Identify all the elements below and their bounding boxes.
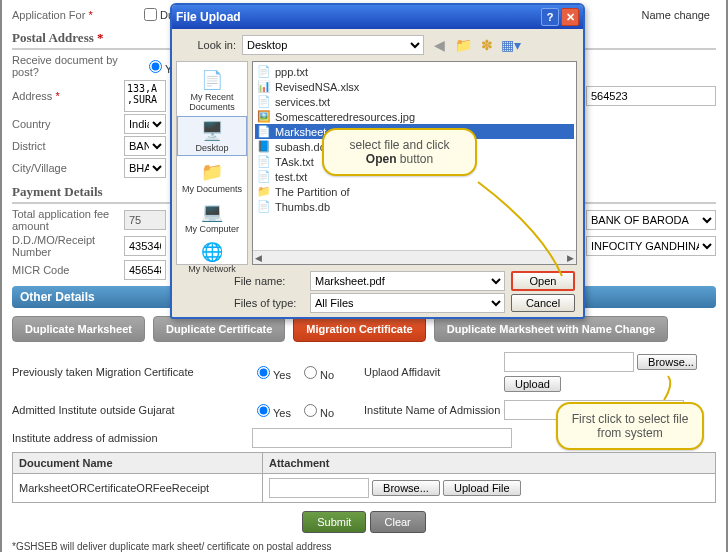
outside-no[interactable]: [304, 404, 317, 417]
postal-head: Postal Address: [12, 30, 94, 45]
micr-label: MICR Code: [12, 264, 124, 276]
bank-select[interactable]: BANK OF BARODA: [586, 210, 716, 230]
prev-migration-label: Previously taken Migration Certificate: [12, 366, 252, 378]
list-item: 📊RevisedNSA.xlsx: [255, 79, 574, 94]
branch-select[interactable]: INFOCITY GANDHINAGA: [586, 236, 716, 256]
dup-checkbox[interactable]: [144, 8, 157, 21]
submit-button[interactable]: Submit: [302, 511, 366, 533]
close-icon[interactable]: ✕: [561, 8, 579, 26]
cancel-button[interactable]: Cancel: [511, 294, 575, 312]
namechange-label: Name change: [642, 9, 711, 21]
address-input[interactable]: 133,A ,SURA: [124, 80, 166, 112]
footnote: *GSHSEB will deliver duplicate mark shee…: [12, 541, 716, 552]
filetype-label: Files of type:: [234, 297, 304, 309]
district-select[interactable]: BANA: [124, 136, 166, 156]
dd-input[interactable]: [124, 236, 166, 256]
tab-dup-cert[interactable]: Duplicate Certificate: [153, 316, 285, 342]
country-select[interactable]: India: [124, 114, 166, 134]
list-item: 📁The Partition of: [255, 184, 574, 199]
receive-label: Receive document by post?: [12, 54, 124, 78]
open-button[interactable]: Open: [511, 271, 575, 291]
up-icon[interactable]: 📁: [454, 36, 472, 54]
clear-button[interactable]: Clear: [370, 511, 426, 533]
dialog-title: File Upload: [176, 10, 241, 24]
outside-yes[interactable]: [257, 404, 270, 417]
filetype-select[interactable]: All Files: [310, 293, 505, 313]
views-icon[interactable]: ▦▾: [502, 36, 520, 54]
fee-label: Total application fee amount: [12, 208, 124, 232]
doc-uploadfile-button[interactable]: Upload File: [443, 480, 521, 496]
place-network[interactable]: 🌐My Network: [177, 238, 247, 276]
city-label: City/Village: [12, 162, 124, 174]
doc-name-cell: MarksheetORCertificateORFeeReceipt: [13, 474, 263, 503]
tab-migration[interactable]: Migration Certificate: [293, 316, 425, 342]
inst-addr-label: Institute address of admission: [12, 432, 252, 444]
application-for-label: Application For: [12, 9, 85, 21]
fee-input: [124, 210, 166, 230]
table-row: MarksheetORCertificateORFeeReceipt Brows…: [13, 474, 716, 503]
prev-no[interactable]: [304, 366, 317, 379]
address-label: Address: [12, 90, 52, 102]
places-bar: 📄My Recent Documents 🖥️Desktop 📁My Docum…: [176, 61, 248, 265]
tab-dup-marksheet[interactable]: Duplicate Marksheet: [12, 316, 145, 342]
hscrollbar[interactable]: ◀▶: [253, 250, 576, 264]
affidavit-browse-button[interactable]: Browse...: [637, 354, 697, 370]
list-item: 📄services.txt: [255, 94, 574, 109]
district-label: District: [12, 140, 124, 152]
lookin-label: Look in:: [180, 39, 236, 51]
list-item: 📄Thumbs.db: [255, 199, 574, 214]
affidavit-upload-button[interactable]: Upload: [504, 376, 561, 392]
affidavit-path[interactable]: [504, 352, 634, 372]
tab-dup-namechange[interactable]: Duplicate Marksheet with Name Change: [434, 316, 668, 342]
filename-input[interactable]: Marksheet.pdf: [310, 271, 505, 291]
micr-input[interactable]: [124, 260, 166, 280]
country-label: Country: [12, 118, 124, 130]
list-item: 📄ppp.txt: [255, 64, 574, 79]
callout-open: select file and click Open button: [322, 128, 477, 176]
back-icon[interactable]: ◀: [430, 36, 448, 54]
place-mydocs[interactable]: 📁My Documents: [177, 158, 247, 196]
admitted-label: Admitted Institute outside Gujarat: [12, 404, 252, 416]
doc-col-head: Doucument Name: [13, 453, 263, 474]
list-item: 🖼️Somescatteredresources.jpg: [255, 109, 574, 124]
attach-col-head: Attachment: [263, 453, 716, 474]
city-select[interactable]: BHAC: [124, 158, 166, 178]
newfolder-icon[interactable]: ✽: [478, 36, 496, 54]
callout-browse: First click to select file from system: [556, 402, 704, 450]
affidavit-label: Uplaod Affidavit: [364, 366, 504, 378]
pin-input[interactable]: [586, 86, 716, 106]
place-desktop[interactable]: 🖥️Desktop: [177, 116, 247, 156]
place-recent[interactable]: 📄My Recent Documents: [177, 66, 247, 114]
filename-label: File name:: [234, 275, 304, 287]
prev-yes[interactable]: [257, 366, 270, 379]
inst-name-label: Institute Name of Admission: [364, 404, 504, 416]
doc-path-input[interactable]: [269, 478, 369, 498]
receive-yes[interactable]: [149, 60, 162, 73]
dd-label: D.D./MO/Receipt Number: [12, 234, 124, 258]
help-icon[interactable]: ?: [541, 8, 559, 26]
place-mycomp[interactable]: 💻My Computer: [177, 198, 247, 236]
doc-browse-button[interactable]: Browse...: [372, 480, 440, 496]
lookin-select[interactable]: Desktop: [242, 35, 424, 55]
inst-addr-input[interactable]: [252, 428, 512, 448]
